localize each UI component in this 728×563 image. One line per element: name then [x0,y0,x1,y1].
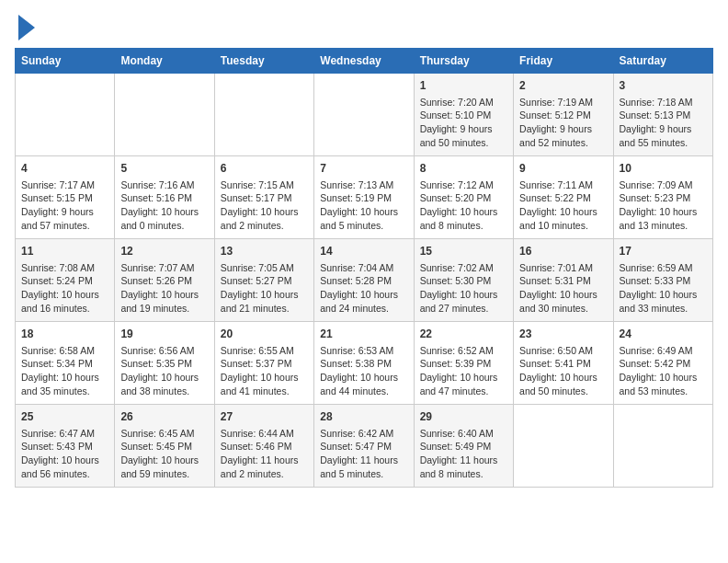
calendar-cell [115,74,214,156]
day-info: Sunrise: 7:19 AM Sunset: 5:12 PM Dayligh… [519,96,607,150]
day-info: Sunrise: 7:11 AM Sunset: 5:22 PM Dayligh… [519,178,607,233]
day-number: 14 [320,244,407,259]
day-info: Sunrise: 6:55 AM Sunset: 5:37 PM Dayligh… [221,344,308,398]
calendar-cell: 15Sunrise: 7:02 AM Sunset: 5:30 PM Dayli… [414,239,513,322]
day-number: 18 [21,327,108,342]
page-header [15,15,713,40]
day-number: 6 [221,161,308,177]
day-number: 15 [420,244,507,259]
calendar-cell: 4Sunrise: 7:17 AM Sunset: 5:15 PM Daylig… [16,156,115,239]
day-info: Sunrise: 6:44 AM Sunset: 5:46 PM Dayligh… [221,427,308,481]
calendar-cell: 17Sunrise: 6:59 AM Sunset: 5:33 PM Dayli… [613,239,712,322]
day-info: Sunrise: 7:01 AM Sunset: 5:31 PM Dayligh… [519,261,607,316]
day-info: Sunrise: 7:20 AM Sunset: 5:10 PM Dayligh… [420,96,507,150]
day-number: 23 [519,327,607,342]
day-info: Sunrise: 6:58 AM Sunset: 5:34 PM Dayligh… [21,344,108,398]
day-number: 4 [21,161,108,177]
calendar-week-row: 18Sunrise: 6:58 AM Sunset: 5:34 PM Dayli… [16,322,713,405]
calendar-week-row: 11Sunrise: 7:08 AM Sunset: 5:24 PM Dayli… [16,239,713,322]
day-info: Sunrise: 6:40 AM Sunset: 5:49 PM Dayligh… [420,427,507,481]
day-number: 28 [320,409,407,425]
calendar-week-row: 25Sunrise: 6:47 AM Sunset: 5:43 PM Dayli… [16,405,713,488]
day-number: 1 [420,78,507,94]
day-info: Sunrise: 6:49 AM Sunset: 5:42 PM Dayligh… [620,344,707,398]
calendar-cell: 28Sunrise: 6:42 AM Sunset: 5:47 PM Dayli… [314,405,414,488]
day-number: 8 [420,161,507,177]
calendar-cell: 5Sunrise: 7:16 AM Sunset: 5:16 PM Daylig… [115,156,214,239]
calendar-cell: 8Sunrise: 7:12 AM Sunset: 5:20 PM Daylig… [414,156,513,239]
day-info: Sunrise: 7:16 AM Sunset: 5:16 PM Dayligh… [120,178,208,233]
calendar-cell: 25Sunrise: 6:47 AM Sunset: 5:43 PM Dayli… [16,405,115,488]
calendar-cell [314,74,414,156]
day-info: Sunrise: 6:47 AM Sunset: 5:43 PM Dayligh… [21,427,108,481]
logo [15,15,35,40]
day-number: 22 [420,327,507,342]
day-info: Sunrise: 6:53 AM Sunset: 5:38 PM Dayligh… [320,344,407,398]
calendar-cell [514,405,613,488]
day-number: 27 [221,409,308,425]
col-header-saturday: Saturday [613,49,712,74]
calendar-header-row: SundayMondayTuesdayWednesdayThursdayFrid… [16,49,713,74]
day-number: 2 [519,78,607,94]
calendar-cell: 2Sunrise: 7:19 AM Sunset: 5:12 PM Daylig… [514,74,613,156]
day-number: 3 [620,78,707,94]
day-info: Sunrise: 6:59 AM Sunset: 5:33 PM Dayligh… [620,261,707,316]
day-number: 5 [120,161,208,177]
day-number: 20 [221,327,308,342]
calendar-cell [613,405,712,488]
day-info: Sunrise: 7:07 AM Sunset: 5:26 PM Dayligh… [120,261,208,316]
calendar-week-row: 4Sunrise: 7:17 AM Sunset: 5:15 PM Daylig… [16,156,713,239]
day-number: 7 [320,161,407,177]
col-header-wednesday: Wednesday [314,49,414,74]
calendar-week-row: 1Sunrise: 7:20 AM Sunset: 5:10 PM Daylig… [16,74,713,156]
day-info: Sunrise: 7:04 AM Sunset: 5:28 PM Dayligh… [320,261,407,316]
day-number: 13 [221,244,308,259]
day-info: Sunrise: 6:50 AM Sunset: 5:41 PM Dayligh… [519,344,607,398]
day-info: Sunrise: 6:52 AM Sunset: 5:39 PM Dayligh… [420,344,507,398]
day-number: 19 [120,327,208,342]
calendar-cell [16,74,115,156]
calendar-cell: 1Sunrise: 7:20 AM Sunset: 5:10 PM Daylig… [414,74,513,156]
day-number: 9 [519,161,607,177]
day-info: Sunrise: 6:45 AM Sunset: 5:45 PM Dayligh… [120,427,208,481]
calendar-cell: 27Sunrise: 6:44 AM Sunset: 5:46 PM Dayli… [214,405,313,488]
col-header-tuesday: Tuesday [214,49,313,74]
calendar-cell: 21Sunrise: 6:53 AM Sunset: 5:38 PM Dayli… [314,322,414,405]
calendar-cell: 19Sunrise: 6:56 AM Sunset: 5:35 PM Dayli… [115,322,214,405]
day-number: 10 [620,161,707,177]
calendar-cell: 16Sunrise: 7:01 AM Sunset: 5:31 PM Dayli… [514,239,613,322]
calendar-cell: 7Sunrise: 7:13 AM Sunset: 5:19 PM Daylig… [314,156,414,239]
day-info: Sunrise: 6:42 AM Sunset: 5:47 PM Dayligh… [320,427,407,481]
day-info: Sunrise: 7:05 AM Sunset: 5:27 PM Dayligh… [221,261,308,316]
day-number: 24 [620,327,707,342]
day-info: Sunrise: 7:13 AM Sunset: 5:19 PM Dayligh… [320,178,407,233]
day-info: Sunrise: 6:56 AM Sunset: 5:35 PM Dayligh… [120,344,208,398]
calendar-cell: 10Sunrise: 7:09 AM Sunset: 5:23 PM Dayli… [613,156,712,239]
calendar-cell: 29Sunrise: 6:40 AM Sunset: 5:49 PM Dayli… [414,405,513,488]
day-number: 12 [120,244,208,259]
col-header-sunday: Sunday [16,49,115,74]
day-info: Sunrise: 7:09 AM Sunset: 5:23 PM Dayligh… [620,178,707,233]
day-info: Sunrise: 7:12 AM Sunset: 5:20 PM Dayligh… [420,178,507,233]
day-info: Sunrise: 7:08 AM Sunset: 5:24 PM Dayligh… [21,261,108,316]
col-header-monday: Monday [115,49,214,74]
calendar-cell: 23Sunrise: 6:50 AM Sunset: 5:41 PM Dayli… [514,322,613,405]
day-info: Sunrise: 7:02 AM Sunset: 5:30 PM Dayligh… [420,261,507,316]
calendar-cell: 12Sunrise: 7:07 AM Sunset: 5:26 PM Dayli… [115,239,214,322]
calendar-cell: 3Sunrise: 7:18 AM Sunset: 5:13 PM Daylig… [613,74,712,156]
calendar-table: SundayMondayTuesdayWednesdayThursdayFrid… [15,48,713,488]
calendar-cell [214,74,313,156]
day-number: 29 [420,409,507,425]
calendar-cell: 13Sunrise: 7:05 AM Sunset: 5:27 PM Dayli… [214,239,313,322]
day-number: 16 [519,244,607,259]
calendar-cell: 20Sunrise: 6:55 AM Sunset: 5:37 PM Dayli… [214,322,313,405]
calendar-cell: 26Sunrise: 6:45 AM Sunset: 5:45 PM Dayli… [115,405,214,488]
calendar-cell: 22Sunrise: 6:52 AM Sunset: 5:39 PM Dayli… [414,322,513,405]
calendar-cell: 9Sunrise: 7:11 AM Sunset: 5:22 PM Daylig… [514,156,613,239]
day-number: 21 [320,327,407,342]
day-number: 25 [21,409,108,425]
day-info: Sunrise: 7:15 AM Sunset: 5:17 PM Dayligh… [221,178,308,233]
calendar-cell: 14Sunrise: 7:04 AM Sunset: 5:28 PM Dayli… [314,239,414,322]
calendar-cell: 18Sunrise: 6:58 AM Sunset: 5:34 PM Dayli… [16,322,115,405]
day-info: Sunrise: 7:17 AM Sunset: 5:15 PM Dayligh… [21,178,108,233]
